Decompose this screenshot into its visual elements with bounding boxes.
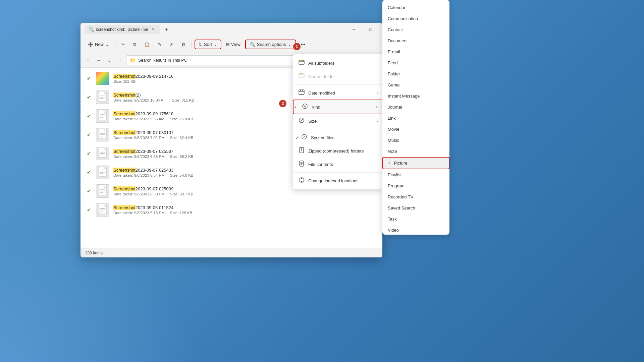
kind-note-item[interactable]: Note <box>382 146 449 157</box>
all-subfolders-icon <box>298 59 305 67</box>
kind-communication-item[interactable]: Communication <box>382 13 449 24</box>
kind-item[interactable]: • Kind › <box>293 100 383 114</box>
game-label: Game <box>388 82 399 87</box>
toolbar-separator-1 <box>115 41 115 49</box>
new-button[interactable]: ➕ New ⌄ <box>85 40 112 49</box>
file-name-highlight: Screenshot <box>113 186 136 191</box>
music-label: Music <box>388 138 399 143</box>
kind-folder-item[interactable]: Folder <box>382 68 449 79</box>
rename-button[interactable]: ✎ <box>154 40 165 49</box>
journal-label: Journal <box>388 105 402 110</box>
file-name-suffix: 2023-09-07 030107 <box>136 130 174 135</box>
sort-dropdown-icon: ⌄ <box>214 42 217 47</box>
file-info: Screenshot 2023-09-06 011524 Date taken:… <box>113 205 377 215</box>
file-name-suffix: 2023-09-06 011524 <box>136 205 174 210</box>
minimize-button[interactable]: ─ <box>346 24 362 35</box>
file-item[interactable]: ✔ Screenshot 2023-09-06 011524 Date take… <box>80 200 382 219</box>
kind-contact-item[interactable]: Contact <box>382 24 449 35</box>
tab-close-button[interactable]: ✕ <box>150 27 156 32</box>
new-tab-button[interactable]: + <box>162 25 171 34</box>
sort-button[interactable]: ⇅ Sort ⌄ <box>195 40 221 49</box>
cut-button[interactable]: ✂ <box>118 40 128 49</box>
date-modified-label: Date modified <box>308 90 335 96</box>
size-arrow: › <box>377 119 378 123</box>
kind-email-item[interactable]: E-mail <box>382 46 449 57</box>
instant-message-label: Instant Message <box>388 94 420 99</box>
file-size: Size: 93.7 KB <box>170 192 194 196</box>
delete-button[interactable]: 🗑 <box>178 40 189 49</box>
file-name-highlight: Screenshot <box>113 149 136 154</box>
file-name-suffix: 2023-09-07 025537 <box>136 149 174 154</box>
history-dropdown-button[interactable]: ⌄ <box>105 56 114 65</box>
system-files-item[interactable]: ✓ System files <box>293 131 383 144</box>
all-subfolders-item[interactable]: All subfolders <box>293 56 383 70</box>
search-options-button[interactable]: 🔍 Search options ⌄ <box>245 40 296 49</box>
kind-game-item[interactable]: Game <box>382 79 449 90</box>
document-label: Document <box>388 38 408 43</box>
file-date: Date taken: 9/9/2023 9:56 AM <box>113 117 164 121</box>
kind-calendar-item[interactable]: Calendar <box>382 2 449 13</box>
file-contents-item[interactable]: File contents <box>293 158 383 171</box>
kind-bullet-dot: • <box>295 105 296 109</box>
share-button[interactable]: ↗ <box>166 40 176 49</box>
paste-button[interactable]: 📋 <box>141 40 153 49</box>
picture-bullet: • <box>388 161 390 166</box>
file-check-icon: ✔ <box>86 150 92 157</box>
file-size: Size: 152 KB <box>113 79 136 83</box>
view-button[interactable]: ⊞ View <box>223 40 244 49</box>
kind-recorded-tv-item[interactable]: Recorded TV <box>382 191 449 202</box>
size-item[interactable]: Size › <box>293 114 383 128</box>
file-contents-label: File contents <box>308 162 333 167</box>
file-check-icon: ✔ <box>86 75 92 81</box>
svg-rect-32 <box>299 90 304 95</box>
change-indexed-icon <box>298 177 305 184</box>
sort-label: Sort <box>204 42 212 47</box>
system-files-label: System files <box>311 135 334 140</box>
dropdown-separator-2 <box>293 129 383 129</box>
date-modified-item[interactable]: Date modified › <box>293 86 383 100</box>
toolbar-separator-2 <box>192 41 192 49</box>
kind-link-item[interactable]: Link <box>382 113 449 124</box>
kind-movie-item[interactable]: Movie <box>382 124 449 135</box>
file-name-suffix: 2023-09-09 175618 <box>136 111 174 116</box>
view-label: View <box>231 42 240 47</box>
kind-task-item[interactable]: Task <box>382 214 449 225</box>
kind-picture-item[interactable]: • Picture <box>382 157 449 169</box>
kind-playlist-item[interactable]: Playlist <box>382 169 449 180</box>
zipped-item[interactable]: Zipped (compressed) folders <box>293 144 383 158</box>
file-thumbnail <box>96 72 109 85</box>
kind-journal-item[interactable]: Journal <box>382 102 449 113</box>
path-folder-icon: 📁 <box>130 57 136 63</box>
kind-feed-item[interactable]: Feed <box>382 57 449 68</box>
kind-saved-search-item[interactable]: Saved Search <box>382 202 449 214</box>
program-label: Program <box>388 183 405 188</box>
kind-video-item[interactable]: Video <box>382 225 449 235</box>
sort-icon: ⇅ <box>199 42 202 47</box>
file-check-icon: ✔ <box>86 169 92 175</box>
maximize-button[interactable]: □ <box>363 24 378 35</box>
back-button[interactable]: ← <box>83 56 93 65</box>
task-label: Task <box>388 217 397 222</box>
window-controls: ─ □ <box>346 24 378 35</box>
cut-icon: ✂ <box>121 42 125 47</box>
kind-music-item[interactable]: Music <box>382 135 449 146</box>
file-size: Size: 54.0 KB <box>170 173 194 177</box>
current-folder-item: Current folder <box>293 70 383 83</box>
file-name-highlight: Screenshot <box>113 111 136 116</box>
explorer-tab[interactable]: 🔍 screenshot kind:=picture - Se ✕ <box>85 25 160 34</box>
file-date: Date taken: 9/6/2023 6:55 PM <box>113 155 165 159</box>
kind-document-item[interactable]: Document <box>382 35 449 46</box>
kind-instant-message-item[interactable]: Instant Message <box>382 90 449 102</box>
file-name-highlight: Screenshot <box>113 205 136 210</box>
copy-button[interactable]: ⧉ <box>130 40 140 49</box>
kind-program-item[interactable]: Program <box>382 180 449 191</box>
file-name-highlight: Screenshot <box>113 130 136 135</box>
all-subfolders-label: All subfolders <box>308 61 334 66</box>
file-name-suffix: (2) <box>136 93 141 98</box>
status-bar: 388 items <box>80 248 382 257</box>
change-indexed-item[interactable]: Change indexed locations <box>293 174 383 187</box>
up-button[interactable]: ↑ <box>115 56 125 65</box>
change-indexed-label: Change indexed locations <box>308 178 359 183</box>
file-thumbnail <box>96 128 109 141</box>
forward-button[interactable]: → <box>94 56 103 65</box>
